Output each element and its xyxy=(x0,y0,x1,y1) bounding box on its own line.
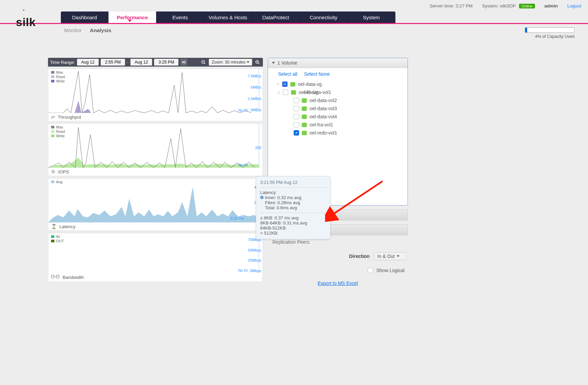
volume-label: oel-fra-vol1 xyxy=(310,122,333,127)
online-badge: Online xyxy=(519,4,535,8)
tab-connectivity[interactable]: Connectivity xyxy=(300,11,347,23)
tooltip-inner: Inner: 0.32 ms avg xyxy=(265,195,301,200)
latency-title: Latency xyxy=(59,224,75,229)
jump-end-icon xyxy=(182,60,186,64)
tab-dataprotect[interactable]: DataProtect xyxy=(252,11,300,23)
direction-label: Direction xyxy=(349,254,370,259)
iops-gear-icon[interactable]: ⚙ xyxy=(51,169,55,174)
iops-panel: Max Read Write 200 No IO ⚙ IOPS xyxy=(48,123,263,176)
subnav-monitor[interactable]: Monitor xyxy=(64,27,82,33)
perf-subnav: Monitor Analysis xyxy=(64,27,111,33)
iops-noio: No IO xyxy=(239,163,248,167)
capacity-bar xyxy=(525,27,574,33)
tab-system[interactable]: System xyxy=(348,11,395,23)
zoom-in-button[interactable] xyxy=(254,59,261,66)
volume-checkbox[interactable] xyxy=(294,114,299,119)
tooltip-latency-label: Latency: xyxy=(260,190,326,195)
jump-to-end-button[interactable] xyxy=(180,59,187,66)
select-none-link[interactable]: Select None xyxy=(304,71,330,77)
from-time-input[interactable] xyxy=(101,59,125,66)
volume-group-icon xyxy=(290,82,295,87)
subnav-analysis[interactable]: Analysis xyxy=(90,27,112,33)
system-name: System: silkSDP Online xyxy=(482,3,535,8)
bandwidth-yaxis: 75Mbps 50Mbps 25Mbps 0Mbps xyxy=(248,233,261,277)
throughput-panel: Max Read Write 7.5MB/s 5MB/s 2.5MB/s 0MB… xyxy=(48,69,263,121)
throughput-noio: No IO xyxy=(239,108,248,112)
server-time: Server time: 3:27 PM xyxy=(430,3,473,8)
status-bar: Server time: 3:27 PM System: silkSDP Onl… xyxy=(0,0,588,11)
active-tab-caret-icon xyxy=(128,20,132,22)
iops-chart[interactable] xyxy=(48,124,263,168)
zoom-out-button[interactable] xyxy=(200,59,207,66)
latency-chart[interactable] xyxy=(48,178,263,222)
range-label: Time Range: xyxy=(50,60,75,65)
throughput-swap-icon[interactable]: ⇄ xyxy=(51,114,55,120)
volume-label: oel-data-vol3 xyxy=(310,106,337,111)
expander-icon[interactable]: ▷ xyxy=(277,91,280,94)
group-checkbox[interactable]: − xyxy=(282,81,288,87)
username: admin xyxy=(544,3,558,8)
throughput-title: Throughput xyxy=(58,115,81,120)
volume-checkbox[interactable] xyxy=(294,98,299,103)
latency-value-tag: 0.32 ms xyxy=(230,216,244,220)
tab-performance[interactable]: Performance xyxy=(108,11,156,23)
volume-checkbox[interactable]: ✓ xyxy=(294,130,299,136)
tooltip-bucket-1: ≤ 8KB: 0.37 ms avg xyxy=(260,215,326,220)
chevron-down-icon xyxy=(397,255,399,257)
volume-icon xyxy=(302,131,307,135)
latency-tooltip: 3:21:55 PM Aug 12 Latency: Inner: 0.32 m… xyxy=(256,176,330,239)
collapse-caret-icon xyxy=(272,62,275,64)
magnifier-minus-icon xyxy=(201,60,206,65)
show-logical-checkbox[interactable] xyxy=(368,268,373,273)
show-logical-label: Show Logical xyxy=(376,268,405,273)
time-range-toolbar: Time Range: - Zoom: 30 minutes xyxy=(48,58,263,67)
volume-label: oel-data-vol4 xyxy=(310,114,337,119)
volume-overlap-label: oel-data-vol1 xyxy=(304,90,331,95)
logo-dot-icon xyxy=(23,9,24,11)
volume-label: oel-data-vol2 xyxy=(310,98,337,103)
tab-events[interactable]: Events xyxy=(156,11,204,23)
brand-text: silk xyxy=(16,16,36,28)
tooltip-bucket-4: > 512KB: xyxy=(260,231,326,236)
volumes-header[interactable]: 1 Volume xyxy=(268,58,408,68)
group-checkbox[interactable] xyxy=(283,90,288,95)
logout-link[interactable]: Logout xyxy=(567,3,581,8)
volume-group-icon xyxy=(291,90,296,95)
latency-panel: Avg 4ms 2ms 0 0.32 ms ⌛ Latency xyxy=(48,178,263,231)
tooltip-bucket-2: 8KB-64KB: 0.31 ms avg xyxy=(260,220,326,225)
volume-group-label: oel-data-vg xyxy=(298,81,322,87)
zoom-select[interactable]: Zoom: 30 minutes xyxy=(209,59,252,66)
bandwidth-chart[interactable] xyxy=(48,233,263,273)
capacity-label: 4% of Capacity Used xyxy=(535,34,574,39)
tooltip-fibre: Fibre: 0.28ms avg xyxy=(260,200,326,205)
expander-icon[interactable]: ▽ xyxy=(276,82,279,86)
tooltip-bucket-3: 64KB-512KB: xyxy=(260,225,326,231)
brand-logo: silk xyxy=(16,16,36,29)
replication-peers-label: Replication Peers xyxy=(268,239,408,245)
direction-select[interactable]: In & Out xyxy=(374,252,407,260)
throughput-chart[interactable] xyxy=(48,69,263,113)
tab-dashboard[interactable]: Dashboard xyxy=(61,11,108,23)
bandwidth-noio: No IO xyxy=(239,268,248,272)
bandwidth-title: Bandwidth xyxy=(63,275,84,280)
tooltip-dot-icon xyxy=(260,196,264,199)
export-excel-link[interactable]: Export to MS Excel xyxy=(268,281,408,286)
bandwidth-db-icon[interactable] xyxy=(51,274,60,280)
tooltip-total: Total: 0.6ms avg xyxy=(260,205,326,210)
volume-checkbox[interactable] xyxy=(294,106,299,111)
volume-icon xyxy=(302,98,307,103)
accent-divider xyxy=(0,23,588,24)
capacity-widget: 4% of Capacity Used xyxy=(525,27,574,39)
tab-volumes-hosts[interactable]: Volumes & Hosts xyxy=(204,11,252,23)
select-all-link[interactable]: Select all xyxy=(278,71,297,77)
volume-icon xyxy=(302,123,307,127)
latency-hourglass-icon[interactable]: ⌛ xyxy=(51,224,57,229)
to-date-input[interactable] xyxy=(130,59,152,66)
iops-title: IOPS xyxy=(58,169,69,174)
from-date-input[interactable] xyxy=(77,59,99,66)
volume-checkbox[interactable] xyxy=(294,122,299,127)
svg-point-7 xyxy=(51,275,54,276)
to-time-input[interactable] xyxy=(154,59,178,66)
throughput-yaxis: 7.5MB/s 5MB/s 2.5MB/s 0MB/s xyxy=(248,69,261,117)
volume-label: oel-redo-vol1 xyxy=(310,130,337,136)
